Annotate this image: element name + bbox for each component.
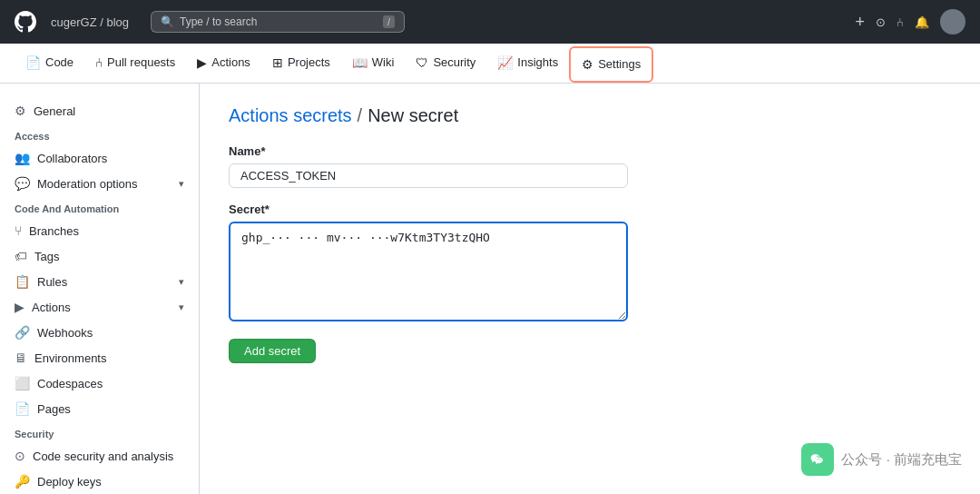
- collaborators-icon: 👥: [15, 151, 30, 165]
- name-input[interactable]: [229, 163, 628, 188]
- sidebar-item-rules[interactable]: 📋 Rules ▾: [0, 269, 199, 294]
- nav-security-label: Security: [433, 55, 475, 69]
- codespaces-icon: ⬜: [15, 376, 30, 390]
- breadcrumb-separator: /: [358, 105, 363, 126]
- sidebar-item-general[interactable]: ⚙ General: [0, 98, 199, 124]
- actions-expand-icon: ▾: [179, 301, 184, 313]
- search-bar[interactable]: 🔍 Type / to search /: [151, 11, 405, 33]
- sidebar-collaborators-label: Collaborators: [37, 152, 107, 165]
- breadcrumb-actions-secrets[interactable]: Actions secrets: [229, 105, 352, 126]
- watermark-text: 公众号 · 前端充电宝: [841, 451, 962, 469]
- general-icon: ⚙: [15, 104, 26, 118]
- wiki-icon: 📖: [352, 55, 368, 70]
- settings-icon: ⚙: [582, 57, 593, 72]
- nav-pull-requests[interactable]: ⑃ Pull requests: [84, 46, 186, 81]
- sidebar-webhooks-label: Webhooks: [37, 326, 93, 340]
- secret-label: Secret*: [229, 203, 897, 216]
- nav-projects[interactable]: ⊞ Projects: [261, 46, 341, 81]
- nav-insights[interactable]: 📈 Insights: [486, 46, 569, 81]
- moderation-icon: 💬: [15, 176, 30, 191]
- sidebar-item-deploy-keys[interactable]: 🔑 Deploy keys: [0, 469, 199, 494]
- tags-icon: 🏷: [15, 249, 27, 263]
- name-required: *: [260, 144, 265, 158]
- sidebar-pages-label: Pages: [37, 402, 71, 416]
- sidebar-item-collaborators[interactable]: 👥 Collaborators: [0, 145, 199, 171]
- sidebar-section-security: Security: [0, 421, 199, 443]
- actions-icon: ▶: [197, 55, 207, 70]
- avatar[interactable]: [940, 9, 965, 35]
- security-icon: 🛡: [416, 55, 428, 70]
- search-icon: 🔍: [161, 15, 174, 28]
- main-content-area: Actions secrets / New secret Name* Secre…: [200, 84, 926, 494]
- sidebar-codespaces-label: Codespaces: [37, 377, 103, 390]
- repo-path: cugerGZ / blog: [51, 15, 129, 29]
- sidebar-item-code-security[interactable]: ⊙ Code security and analysis: [0, 443, 199, 469]
- wechat-icon: [801, 443, 834, 476]
- projects-icon: ⊞: [272, 55, 283, 70]
- nav-settings[interactable]: ⚙ Settings: [569, 46, 653, 83]
- breadcrumb: Actions secrets / New secret: [229, 105, 897, 126]
- sidebar-branches-label: Branches: [29, 224, 79, 238]
- rules-icon: 📋: [15, 274, 30, 289]
- name-label: Name*: [229, 144, 897, 158]
- sidebar-moderation-label: Moderation options: [37, 177, 138, 191]
- sidebar-rules-label: Rules: [37, 275, 67, 289]
- secret-textarea[interactable]: ghp_··· ··· mv··· ···w7Ktm3TY3tzQHO: [229, 222, 628, 321]
- sidebar-code-security-label: Code security and analysis: [33, 450, 173, 463]
- branches-icon: ⑂: [15, 223, 22, 238]
- code-security-icon: ⊙: [15, 449, 25, 463]
- nav-wiki[interactable]: 📖 Wiki: [341, 46, 406, 81]
- plus-icon[interactable]: +: [855, 13, 865, 32]
- webhooks-icon: 🔗: [15, 325, 30, 340]
- notification-icon[interactable]: 🔔: [915, 15, 929, 29]
- insights-icon: 📈: [497, 55, 513, 70]
- sidebar-general-label: General: [34, 104, 75, 118]
- sidebar-item-branches[interactable]: ⑂ Branches: [0, 218, 199, 243]
- actions-sidebar-icon: ▶: [15, 300, 24, 314]
- secret-required: *: [265, 203, 270, 216]
- sidebar-section-codeauto: Code and automation: [0, 196, 199, 218]
- main-layout: ⚙ General Access 👥 Collaborators 💬 Moder…: [0, 84, 980, 494]
- deploy-keys-icon: 🔑: [15, 474, 30, 489]
- sidebar-item-actions[interactable]: ▶ Actions ▾: [0, 294, 199, 320]
- top-navbar: cugerGZ / blog 🔍 Type / to search / + ⊙ …: [0, 0, 980, 44]
- nav-security[interactable]: 🛡 Security: [405, 46, 486, 81]
- sidebar-actions-label: Actions: [32, 301, 71, 314]
- top-nav-actions: + ⊙ ⑃ 🔔: [855, 9, 965, 35]
- repo-navbar: 📄 Code ⑃ Pull requests ▶ Actions ⊞ Proje…: [0, 44, 980, 84]
- code-icon: 📄: [25, 55, 41, 70]
- sidebar-tags-label: Tags: [34, 250, 59, 263]
- moderation-expand-icon: ▾: [179, 178, 184, 190]
- sidebar-deploy-keys-label: Deploy keys: [37, 475, 102, 489]
- nav-code-label: Code: [45, 55, 74, 69]
- nav-actions-label: Actions: [211, 55, 250, 69]
- pr-icon[interactable]: ⑃: [897, 15, 904, 29]
- sidebar-item-moderation[interactable]: 💬 Moderation options ▾: [0, 171, 199, 196]
- pr-nav-icon: ⑃: [95, 55, 103, 70]
- watermark: 公众号 · 前端充电宝: [801, 443, 962, 476]
- sidebar-item-environments[interactable]: 🖥 Environments: [0, 345, 199, 370]
- name-field-group: Name*: [229, 144, 897, 188]
- search-shortcut: /: [383, 15, 395, 28]
- breadcrumb-new-secret: New secret: [368, 105, 458, 126]
- nav-settings-label: Settings: [598, 57, 641, 71]
- pages-icon: 📄: [15, 401, 30, 416]
- sidebar-item-codespaces[interactable]: ⬜ Codespaces: [0, 370, 199, 396]
- environments-icon: 🖥: [15, 351, 27, 365]
- sidebar-item-pages[interactable]: 📄 Pages: [0, 396, 199, 421]
- secret-field-group: Secret* ghp_··· ··· mv··· ···w7Ktm3TY3tz…: [229, 203, 897, 324]
- nav-pr-label: Pull requests: [107, 55, 175, 69]
- nav-actions[interactable]: ▶ Actions: [186, 46, 261, 81]
- nav-code[interactable]: 📄 Code: [15, 46, 84, 81]
- settings-sidebar: ⚙ General Access 👥 Collaborators 💬 Moder…: [0, 84, 200, 494]
- nav-projects-label: Projects: [288, 55, 330, 69]
- nav-wiki-label: Wiki: [372, 55, 395, 69]
- github-logo-icon: [15, 11, 36, 33]
- sidebar-section-access: Access: [0, 124, 199, 145]
- nav-insights-label: Insights: [517, 55, 558, 69]
- sidebar-item-tags[interactable]: 🏷 Tags: [0, 243, 199, 269]
- sidebar-item-webhooks[interactable]: 🔗 Webhooks: [0, 320, 199, 345]
- rules-expand-icon: ▾: [179, 276, 184, 288]
- add-secret-button[interactable]: Add secret: [229, 339, 316, 363]
- issue-icon[interactable]: ⊙: [876, 15, 886, 29]
